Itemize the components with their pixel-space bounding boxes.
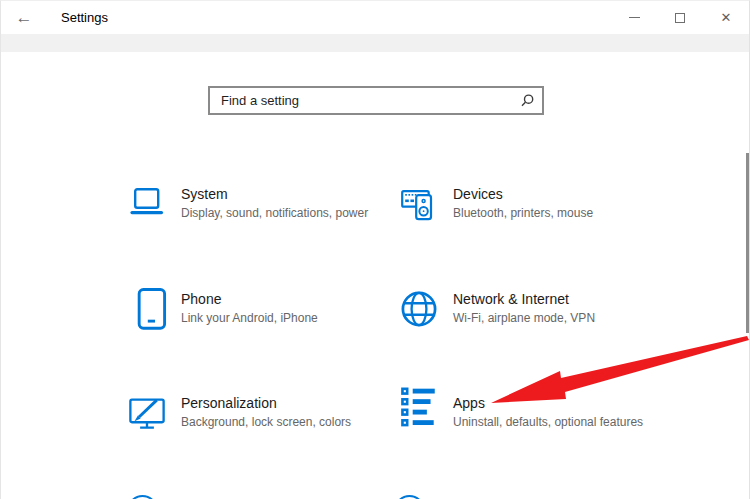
minimize-button[interactable]: [611, 1, 657, 34]
scrollbar-thumb[interactable]: [746, 153, 749, 333]
close-icon: ✕: [721, 10, 732, 25]
close-button[interactable]: ✕: [703, 1, 749, 34]
tile-title: System: [181, 185, 381, 203]
search-input[interactable]: [210, 88, 542, 113]
back-button[interactable]: ←: [1, 1, 47, 34]
tile-subtitle: Bluetooth, printers, mouse: [453, 206, 648, 222]
titlebar: ← Settings ✕: [1, 1, 749, 34]
tile-title: Personalization: [181, 394, 381, 412]
tile-subtitle: Wi-Fi, airplane mode, VPN: [453, 311, 648, 327]
partial-tile-icon: [127, 495, 158, 499]
minimize-icon: [629, 17, 640, 18]
tile-system[interactable]: System Display, sound, notifications, po…: [129, 183, 389, 261]
tile-network-internet[interactable]: Network & Internet Wi-Fi, airplane mode,…: [401, 288, 661, 366]
tile-apps[interactable]: Apps Uninstall, defaults, optional featu…: [401, 392, 661, 470]
phone-icon: [134, 288, 170, 330]
tile-phone[interactable]: Phone Link your Android, iPhone: [129, 288, 389, 366]
tile-title: Devices: [453, 185, 653, 203]
tile-subtitle: Link your Android, iPhone: [181, 311, 376, 327]
settings-window: { "titlebar": { "title": "Settings", "ba…: [0, 0, 750, 499]
maximize-icon: [675, 13, 685, 23]
search-box: [208, 86, 544, 115]
tile-title: Phone: [181, 290, 381, 308]
window-controls: ✕: [611, 1, 749, 34]
tile-subtitle: Display, sound, notifications, power: [181, 206, 376, 222]
monitor-brush-icon: [129, 392, 165, 434]
tile-subtitle: Uninstall, defaults, optional features: [453, 415, 648, 431]
tile-devices[interactable]: Devices Bluetooth, printers, mouse: [401, 183, 661, 261]
back-icon: ←: [16, 8, 33, 27]
laptop-icon: [129, 183, 165, 225]
partial-tile-icon: [394, 495, 425, 499]
search-icon: [521, 94, 534, 107]
maximize-button[interactable]: [657, 1, 703, 34]
tile-subtitle: Background, lock screen, colors: [181, 415, 376, 431]
tile-personalization[interactable]: Personalization Background, lock screen,…: [129, 392, 389, 470]
page-title: Settings: [61, 10, 108, 25]
list-checkbox-icon: [401, 387, 437, 429]
tile-title: Network & Internet: [453, 290, 653, 308]
keyboard-speaker-icon: [401, 183, 437, 225]
header-band: [1, 34, 749, 52]
tile-title: Apps: [453, 394, 653, 412]
globe-icon: [401, 288, 437, 330]
